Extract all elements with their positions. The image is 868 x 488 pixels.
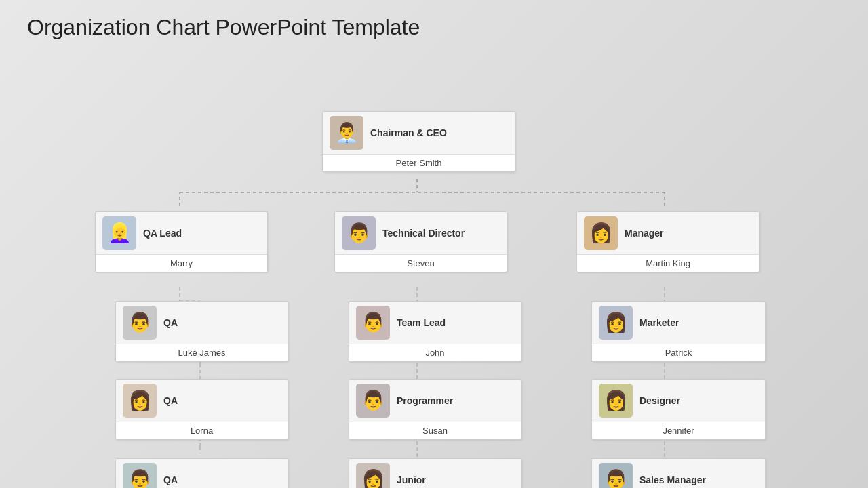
qa2-avatar: 👩 xyxy=(123,384,157,418)
qa-lead-name: Marry xyxy=(96,254,267,272)
qa1-card: 👨 QA Luke James xyxy=(115,301,288,362)
sales-avatar: 👨 xyxy=(599,463,633,488)
tech-card: 👨 Technical Director Steven xyxy=(334,211,507,272)
team-role: Team Lead xyxy=(397,317,446,329)
des-role: Designer xyxy=(639,394,680,407)
team-name: John xyxy=(349,344,521,361)
qa3-card: 👨 QA Thomas Lee xyxy=(115,458,288,488)
chart-container: 👨‍💼 Chairman & CEO Peter Smith 👱‍♀️ QA L… xyxy=(0,47,868,481)
tech-name: Steven xyxy=(335,254,507,272)
des-avatar: 👩 xyxy=(599,384,633,418)
qa3-role: QA xyxy=(163,474,178,486)
mkt-card: 👩 Marketer Patrick xyxy=(591,301,766,362)
qa1-name: Luke James xyxy=(116,344,288,361)
mgr-card: 👩 Manager Martin King xyxy=(576,211,760,272)
ceo-avatar: 👨‍💼 xyxy=(330,116,363,150)
ceo-name: Peter Smith xyxy=(323,154,515,171)
qa2-role: QA xyxy=(163,394,178,407)
qa2-card: 👩 QA Lorna xyxy=(115,379,288,440)
prog-card: 👨 Programmer Susan xyxy=(349,379,521,440)
mgr-avatar: 👩 xyxy=(584,216,618,250)
junior-card: 👩 Junior Jack Stoun xyxy=(349,458,521,488)
prog-name: Susan xyxy=(349,422,521,439)
des-card: 👩 Designer Jennifer xyxy=(591,379,766,440)
qa-lead-card: 👱‍♀️ QA Lead Marry xyxy=(95,211,268,272)
qa1-role: QA xyxy=(163,317,178,329)
qa2-name: Lorna xyxy=(116,422,288,439)
junior-avatar: 👩 xyxy=(356,463,390,488)
tech-role: Technical Director xyxy=(382,227,465,239)
mkt-name: Patrick xyxy=(592,344,765,361)
mgr-role: Manager xyxy=(625,227,664,239)
des-name: Jennifer xyxy=(592,422,765,439)
mgr-name: Martin King xyxy=(577,254,759,272)
prog-avatar: 👨 xyxy=(356,384,390,418)
qa-lead-role: QA Lead xyxy=(143,227,182,239)
team-avatar: 👨 xyxy=(356,306,390,340)
qa-lead-avatar: 👱‍♀️ xyxy=(102,216,136,250)
team-card: 👨 Team Lead John xyxy=(349,301,521,362)
ceo-card: 👨‍💼 Chairman & CEO Peter Smith xyxy=(322,111,515,172)
sales-role: Sales Manager xyxy=(639,474,706,486)
tech-avatar: 👨 xyxy=(342,216,376,250)
prog-role: Programmer xyxy=(397,394,453,407)
mkt-avatar: 👩 xyxy=(599,306,633,340)
ceo-role: Chairman & CEO xyxy=(370,127,447,139)
junior-role: Junior xyxy=(397,474,426,486)
sales-card: 👨 Sales Manager Elizabeth xyxy=(591,458,766,488)
mkt-role: Marketer xyxy=(639,317,679,329)
qa1-avatar: 👨 xyxy=(123,306,157,340)
page-title: Organization Chart PowerPoint Template xyxy=(0,0,868,47)
qa3-avatar: 👨 xyxy=(123,463,157,488)
